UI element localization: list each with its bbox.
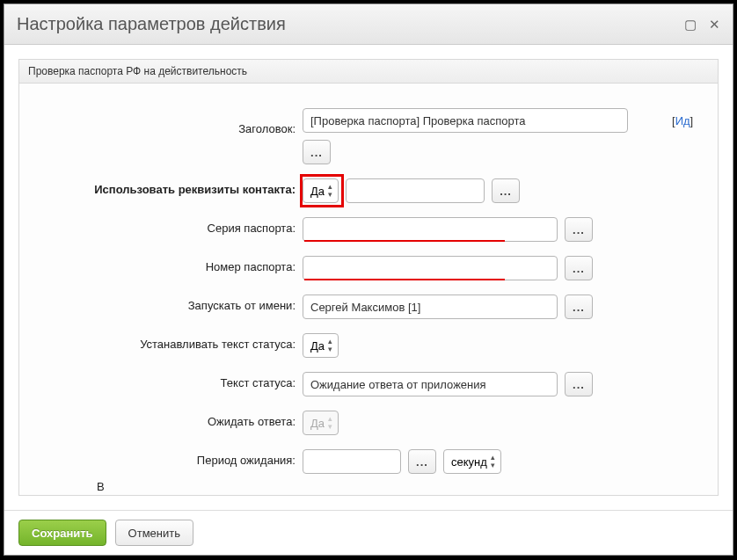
use-contact-req-dots-button[interactable]: ...: [492, 178, 520, 203]
label-wait-response: Ожидать ответа:: [39, 411, 303, 428]
wait-period-unit-value: секунд: [451, 455, 487, 469]
wait-response-select[interactable]: Да ▴▾: [303, 411, 339, 435]
run-as-dots-button[interactable]: ...: [565, 295, 593, 319]
passport-number-dots-button[interactable]: ...: [565, 256, 593, 280]
row-title: Заголовок: ... [Ид]: [39, 108, 698, 164]
row-passport-number: Номер паспорта: ...: [39, 256, 698, 280]
label-use-contact-req: Использовать реквизиты контакта:: [39, 178, 303, 196]
label-wait-period: Период ожидания:: [39, 449, 303, 467]
status-text-dots-button[interactable]: ...: [565, 372, 593, 396]
status-text-input[interactable]: [303, 372, 558, 396]
wait-period-unit-select[interactable]: секунд ▴▾: [443, 449, 501, 474]
label-title: Заголовок:: [39, 108, 303, 135]
use-contact-req-value: Да: [310, 185, 325, 198]
controls-passport-number: ...: [303, 256, 593, 280]
label-run-as: Запускать от имени:: [39, 295, 303, 312]
row-set-status-text: Устанавливать текст статуса: Да ▴▾: [39, 333, 698, 358]
titlebar: Настройка параметров действия ▢ ✕: [4, 4, 733, 45]
use-contact-req-select[interactable]: Да ▴▾: [303, 178, 339, 203]
caret-icon: ▴▾: [491, 454, 495, 469]
set-status-text-value: Да: [310, 339, 325, 353]
row-run-as: Запускать от имени: ...: [39, 295, 698, 319]
passport-number-input[interactable]: [303, 256, 558, 280]
title-dots-button[interactable]: ...: [303, 140, 331, 164]
panel-header: Проверка паспорта РФ на действительность: [19, 60, 718, 84]
controls-title: ...: [303, 108, 628, 164]
close-icon[interactable]: ✕: [709, 18, 720, 31]
cancel-button[interactable]: Отменить: [115, 520, 193, 546]
wait-response-value: Да: [310, 417, 325, 430]
row-wait-period: Период ожидания: ... секунд ▴▾: [39, 449, 698, 474]
row-use-contact-req: Использовать реквизиты контакта: Да ▴▾ .…: [39, 178, 698, 203]
wait-period-input[interactable]: [303, 449, 401, 474]
row-status-text: Текст статуса: ...: [39, 372, 698, 396]
run-as-input[interactable]: [303, 295, 558, 319]
controls-wait-response: Да ▴▾: [303, 411, 339, 435]
dialog-body: Проверка паспорта РФ на действительность…: [4, 45, 733, 510]
id-link-wrap: [Ид]: [672, 108, 693, 128]
set-status-text-select[interactable]: Да ▴▾: [303, 333, 339, 358]
controls-passport-series: ...: [303, 217, 593, 242]
maximize-icon[interactable]: ▢: [684, 18, 697, 31]
controls-run-as: ...: [303, 295, 593, 319]
titlebar-controls: ▢ ✕: [684, 18, 720, 31]
dialog-footer: Сохранить Отменить: [4, 510, 733, 555]
id-link[interactable]: Ид: [675, 114, 690, 127]
controls-set-status-text: Да ▴▾: [303, 333, 339, 358]
caret-icon: ▴▾: [328, 338, 332, 353]
label-passport-number: Номер паспорта:: [39, 256, 303, 273]
dialog: Настройка параметров действия ▢ ✕ Провер…: [4, 4, 733, 556]
label-status-text: Текст статуса:: [39, 372, 303, 389]
caret-icon: ▴▾: [328, 183, 332, 199]
form-panel: Проверка паспорта РФ на действительность…: [18, 59, 719, 496]
row-passport-series: Серия паспорта: ...: [39, 217, 698, 242]
form-area: Заголовок: ... [Ид] Использовать реквизи…: [19, 84, 718, 497]
row-wait-response: Ожидать ответа: Да ▴▾: [39, 411, 698, 435]
save-button[interactable]: Сохранить: [18, 520, 106, 546]
label-set-status-text: Устанавливать текст статуса:: [39, 333, 303, 351]
passport-series-input[interactable]: [303, 217, 558, 242]
controls-use-contact-req: Да ▴▾ ...: [303, 178, 520, 203]
wait-period-dots-button[interactable]: ...: [408, 449, 436, 474]
caret-icon: ▴▾: [328, 415, 332, 431]
dialog-title: Настройка параметров действия: [17, 14, 684, 34]
cutoff-text: В: [97, 480, 105, 493]
label-passport-series: Серия паспорта:: [39, 217, 303, 235]
controls-wait-period: ... секунд ▴▾: [303, 449, 501, 474]
passport-series-dots-button[interactable]: ...: [565, 217, 593, 242]
use-contact-req-input[interactable]: [346, 178, 485, 203]
title-input[interactable]: [303, 108, 628, 133]
controls-status-text: ...: [303, 372, 593, 396]
